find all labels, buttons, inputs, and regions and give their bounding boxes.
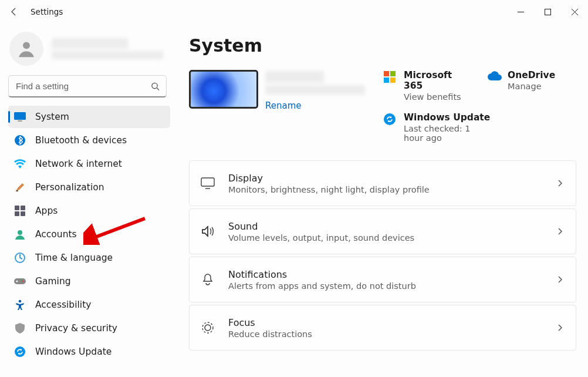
sidebar-item-accessibility[interactable]: Accessibility <box>8 294 170 316</box>
focus-icon <box>200 320 215 335</box>
chevron-right-icon <box>556 179 564 187</box>
sidebar-item-label: Apps <box>35 206 58 216</box>
device-model-redacted <box>265 85 365 95</box>
bell-icon <box>200 272 215 287</box>
device-info: Rename <box>189 70 365 111</box>
status-title: OneDrive <box>508 70 555 80</box>
minimize-button[interactable] <box>507 2 534 21</box>
device-name-redacted <box>265 71 324 83</box>
titlebar: Settings <box>0 0 588 23</box>
settings-card-sound[interactable]: Sound Volume levels, output, input, soun… <box>189 208 576 254</box>
system-icon <box>14 111 26 123</box>
sidebar-item-label: Bluetooth & devices <box>35 135 127 146</box>
card-sub: Reduce distractions <box>228 329 543 339</box>
microsoft365-icon <box>384 71 397 84</box>
sidebar-item-label: Windows Update <box>35 346 111 357</box>
status-sub: View benefits <box>404 92 472 102</box>
status-title: Windows Update <box>404 112 492 123</box>
brush-icon <box>14 181 26 193</box>
status-sub: Manage <box>508 82 555 91</box>
svg-point-1 <box>23 42 30 49</box>
update-icon <box>14 346 26 358</box>
settings-card-focus[interactable]: Focus Reduce distractions <box>189 305 576 351</box>
back-button[interactable] <box>8 6 20 18</box>
svg-rect-6 <box>15 206 19 210</box>
sidebar-item-label: System <box>35 112 69 122</box>
sidebar-item-apps[interactable]: Apps <box>8 200 170 222</box>
status-tile-windows-update[interactable]: Windows Update Last checked: 1 hour ago <box>384 112 576 143</box>
svg-point-14 <box>22 281 24 282</box>
page-title: System <box>189 35 576 56</box>
sidebar-item-bluetooth[interactable]: Bluetooth & devices <box>8 129 170 152</box>
svg-point-23 <box>384 113 396 125</box>
wifi-icon <box>14 158 26 170</box>
device-thumbnail[interactable] <box>189 70 258 109</box>
svg-rect-9 <box>21 211 25 216</box>
svg-rect-0 <box>545 9 550 15</box>
sidebar-item-label: Accounts <box>35 229 77 240</box>
window-controls <box>507 2 588 21</box>
svg-rect-3 <box>14 112 26 120</box>
close-button[interactable] <box>561 2 588 21</box>
card-title: Sound <box>228 221 543 232</box>
sidebar-item-windows-update[interactable]: Windows Update <box>8 341 170 363</box>
card-sub: Monitors, brightness, night light, displ… <box>228 185 543 194</box>
sidebar-item-privacy[interactable]: Privacy & security <box>8 317 170 339</box>
user-block[interactable] <box>9 32 170 66</box>
card-title: Notifications <box>228 269 543 280</box>
avatar <box>9 32 43 66</box>
status-tile-onedrive[interactable]: OneDrive Manage <box>488 70 576 102</box>
sidebar-item-label: Time & language <box>35 253 113 263</box>
sidebar-item-label: Privacy & security <box>35 323 117 334</box>
onedrive-icon <box>488 71 501 84</box>
chevron-right-icon <box>556 227 564 235</box>
svg-point-13 <box>16 281 18 282</box>
status-tile-microsoft365[interactable]: Microsoft 365 View benefits <box>384 70 472 102</box>
apps-icon <box>14 205 26 217</box>
sidebar-item-time-language[interactable]: Time & language <box>8 247 170 269</box>
sidebar: System Bluetooth & devices Network & int… <box>0 23 176 377</box>
sidebar-item-label: Gaming <box>35 276 71 287</box>
settings-card-notifications[interactable]: Notifications Alerts from apps and syste… <box>189 257 576 302</box>
svg-point-26 <box>202 322 213 333</box>
svg-rect-7 <box>21 206 25 210</box>
svg-point-17 <box>15 346 25 357</box>
update-circle-icon <box>384 113 397 126</box>
bluetooth-icon <box>14 134 26 146</box>
svg-rect-12 <box>14 278 26 284</box>
sidebar-item-system[interactable]: System <box>8 106 170 128</box>
svg-point-15 <box>21 280 22 281</box>
svg-point-10 <box>18 230 22 235</box>
card-sub: Alerts from apps and system, do not dist… <box>228 281 543 291</box>
svg-point-25 <box>205 325 211 331</box>
maximize-button[interactable] <box>534 2 561 21</box>
search-input[interactable] <box>8 75 167 97</box>
card-title: Focus <box>228 317 543 328</box>
sidebar-item-gaming[interactable]: Gaming <box>8 270 170 292</box>
main-content: System Rename Microsoft 365 View b <box>176 23 588 377</box>
card-sub: Volume levels, output, input, sound devi… <box>228 233 543 243</box>
sidebar-item-personalization[interactable]: Personalization <box>8 176 170 198</box>
accounts-icon <box>14 228 26 240</box>
app-title: Settings <box>31 7 63 16</box>
sidebar-item-network[interactable]: Network & internet <box>8 153 170 175</box>
nav: System Bluetooth & devices Network & int… <box>8 106 170 363</box>
svg-rect-19 <box>384 71 389 76</box>
accessibility-icon <box>14 299 26 311</box>
shield-icon <box>14 322 26 334</box>
sidebar-item-accounts[interactable]: Accounts <box>8 223 170 245</box>
chevron-right-icon <box>556 324 564 332</box>
svg-rect-4 <box>18 120 22 122</box>
rename-link[interactable]: Rename <box>265 100 365 111</box>
sound-icon <box>200 224 215 239</box>
display-icon <box>200 176 215 191</box>
status-sub: Last checked: 1 hour ago <box>404 124 492 143</box>
card-title: Display <box>228 173 543 184</box>
sidebar-item-label: Network & internet <box>35 159 122 169</box>
svg-rect-24 <box>201 178 214 186</box>
settings-card-display[interactable]: Display Monitors, brightness, night ligh… <box>189 160 576 206</box>
user-info-redacted <box>52 38 163 59</box>
sidebar-item-label: Personalization <box>35 182 104 193</box>
svg-rect-22 <box>390 78 396 83</box>
sidebar-item-label: Accessibility <box>35 299 91 310</box>
